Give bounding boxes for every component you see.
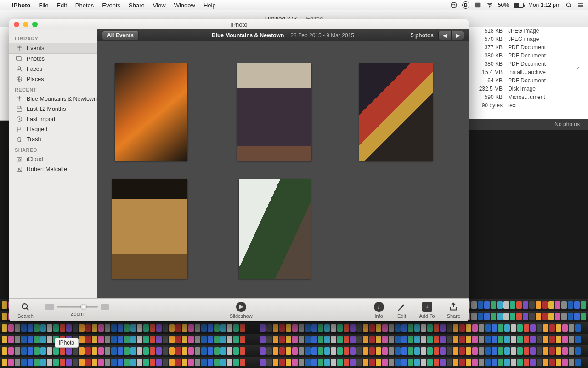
dock-icon[interactable]: [382, 359, 388, 366]
dock-icon[interactable]: [111, 347, 117, 355]
dock-icon[interactable]: [105, 336, 110, 343]
dock-icon[interactable]: [337, 324, 343, 332]
dock-icon[interactable]: [497, 301, 503, 309]
dock-icon[interactable]: [318, 347, 323, 355]
dock-icon[interactable]: [220, 347, 226, 355]
dock-icon[interactable]: [79, 324, 85, 332]
dock-icon[interactable]: [524, 336, 529, 343]
dock-icon[interactable]: [376, 359, 381, 366]
chevron-down-icon[interactable]: ⌄: [575, 63, 581, 70]
dock-icon[interactable]: [427, 336, 433, 343]
photo-thumbnail[interactable]: [239, 179, 311, 279]
dock-icon[interactable]: [92, 336, 97, 343]
notification-center-icon[interactable]: [577, 1, 584, 9]
dock-icon[interactable]: [542, 313, 548, 320]
dock-icon[interactable]: [472, 324, 478, 332]
dock-icon[interactable]: [286, 347, 291, 355]
dock-icon[interactable]: [188, 359, 194, 366]
dock-icon[interactable]: [175, 324, 181, 332]
dock-icon[interactable]: [549, 347, 555, 355]
dock-icon[interactable]: [427, 359, 433, 366]
slideshow-button[interactable]: ▶ Slideshow: [230, 301, 253, 319]
dock-icon[interactable]: [484, 301, 490, 309]
dock-icon[interactable]: [479, 336, 484, 343]
dock-icon[interactable]: [311, 359, 317, 366]
photo-thumbnail[interactable]: [112, 179, 187, 279]
sidebar-item-last-12-months[interactable]: Last 12 Months: [9, 104, 97, 114]
dock-icon[interactable]: [569, 347, 574, 355]
dock-icon[interactable]: [34, 324, 40, 332]
dock-icon[interactable]: [233, 336, 239, 343]
dock-icon[interactable]: [434, 359, 439, 366]
dock-icon[interactable]: [530, 336, 536, 343]
dock-icon[interactable]: [555, 313, 560, 320]
dock-icon[interactable]: [568, 301, 573, 309]
dock-icon[interactable]: [331, 336, 336, 343]
menu-file[interactable]: File: [39, 2, 48, 9]
event-name[interactable]: Blue Mountains & Newtown: [212, 32, 284, 39]
dock-icon[interactable]: [240, 359, 245, 366]
dock-icon[interactable]: [569, 336, 574, 343]
dock-icon[interactable]: [208, 359, 213, 366]
dock-icon[interactable]: [472, 336, 478, 343]
dock-icon[interactable]: [408, 324, 413, 332]
dock-icon[interactable]: [350, 336, 356, 343]
dock-icon[interactable]: [182, 347, 187, 355]
file-row[interactable]: 518 KBJPEG image: [470, 27, 581, 35]
dock-icon[interactable]: [337, 347, 343, 355]
dock-icon[interactable]: [143, 336, 149, 343]
dock-icon[interactable]: [414, 347, 420, 355]
dock-icon[interactable]: [382, 324, 388, 332]
dock-icon[interactable]: [479, 359, 484, 366]
dock-icon[interactable]: [279, 359, 285, 366]
dock-icon[interactable]: [543, 324, 548, 332]
file-row[interactable]: 15.4 MBInstall…archive: [470, 68, 581, 76]
dock-icon[interactable]: [92, 324, 97, 332]
sidebar-item-blue-mountains-newtown[interactable]: Blue Mountains & Newtown: [9, 94, 97, 104]
dock-icon[interactable]: [118, 347, 123, 355]
dock-icon[interactable]: [536, 313, 541, 320]
dock-icon[interactable]: [453, 347, 458, 355]
photo-grid[interactable]: [97, 41, 469, 298]
dock-icon[interactable]: [472, 347, 478, 355]
dock-icon[interactable]: [28, 324, 33, 332]
dock-icon[interactable]: [105, 324, 110, 332]
dock-icon[interactable]: [478, 301, 483, 309]
dock-icon[interactable]: [447, 347, 452, 355]
dock-icon[interactable]: [369, 347, 375, 355]
dock-icon[interactable]: [466, 359, 471, 366]
dock-icon[interactable]: [434, 324, 439, 332]
dock-icon[interactable]: [581, 313, 586, 320]
dock-icon[interactable]: [130, 359, 136, 366]
menu-edit[interactable]: Edit: [57, 2, 67, 9]
dock-icon[interactable]: [92, 359, 97, 366]
dock-icon[interactable]: [369, 324, 375, 332]
dock-icon[interactable]: [201, 347, 207, 355]
next-event-button[interactable]: ▶: [451, 31, 464, 40]
dock-icon[interactable]: [195, 347, 200, 355]
dock-icon[interactable]: [401, 324, 407, 332]
dock-icon[interactable]: [511, 336, 516, 343]
dock-icon[interactable]: [279, 347, 285, 355]
dock-icon[interactable]: [337, 336, 343, 343]
dock-icon[interactable]: [175, 347, 181, 355]
dock-icon[interactable]: [305, 324, 311, 332]
dock-icon[interactable]: [79, 347, 85, 355]
dock-icon[interactable]: [318, 324, 323, 332]
dock-icon[interactable]: [73, 347, 78, 355]
dock-icon[interactable]: [60, 324, 65, 332]
dock-icon[interactable]: [21, 324, 27, 332]
dock-icon[interactable]: [15, 359, 20, 366]
dock-icon[interactable]: [466, 336, 471, 343]
dock-icon[interactable]: [47, 359, 52, 366]
dock-icon[interactable]: [479, 347, 484, 355]
dock-icon[interactable]: [8, 359, 14, 366]
dock-icon[interactable]: [401, 359, 407, 366]
dock-icon[interactable]: [414, 359, 420, 366]
dock-icon[interactable]: [34, 359, 40, 366]
dock-icon[interactable]: [401, 347, 407, 355]
dock-icon[interactable]: [40, 347, 46, 355]
dock-icon[interactable]: [492, 359, 497, 366]
sidebar-item-trash[interactable]: Trash: [9, 134, 97, 144]
dock-icon[interactable]: [478, 313, 483, 320]
